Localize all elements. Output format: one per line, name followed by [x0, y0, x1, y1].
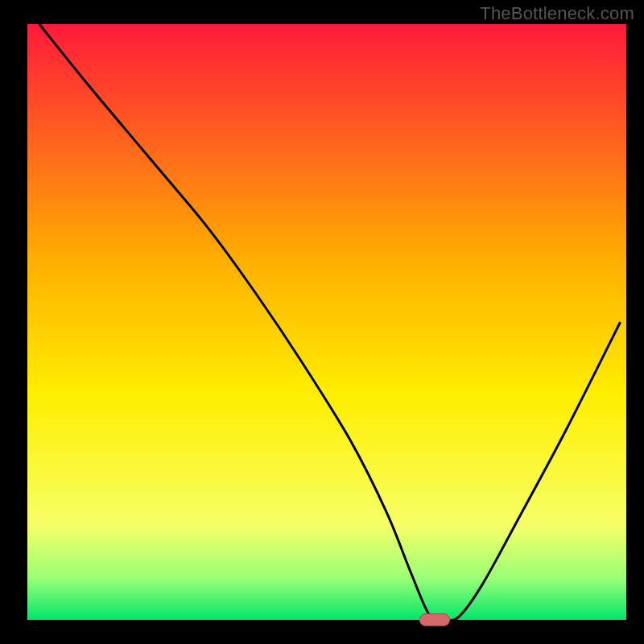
optimal-marker: [419, 614, 449, 626]
bottleneck-curve: [39, 24, 621, 621]
plot-svg: [0, 0, 644, 644]
watermark-text: TheBottleneck.com: [480, 3, 634, 24]
plot-background: [27, 24, 626, 620]
chart-root: TheBottleneck.com: [0, 0, 644, 644]
